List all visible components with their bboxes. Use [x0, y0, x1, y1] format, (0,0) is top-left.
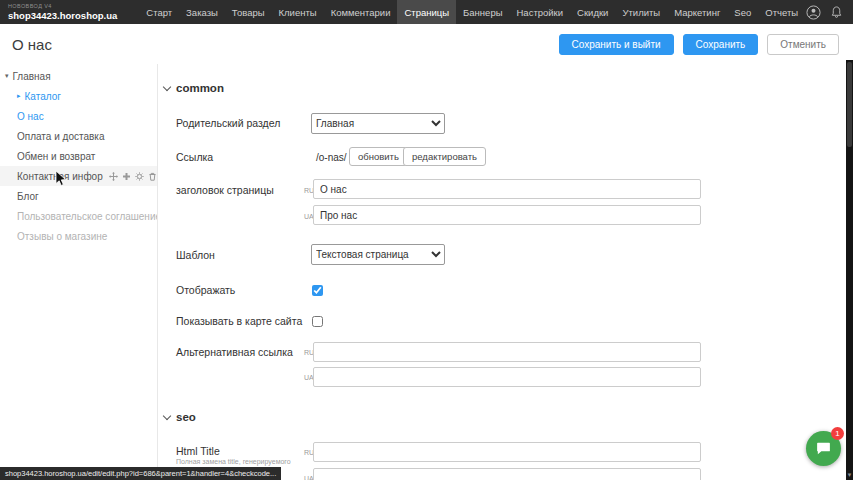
sitemap-checkbox[interactable]	[312, 316, 323, 327]
page-scrollbar[interactable]: ▼	[846, 60, 853, 480]
tree-item-contact-info[interactable]: Контактная инфор	[0, 166, 157, 186]
menu-settings[interactable]: Настройки	[510, 0, 571, 24]
menu-seo[interactable]: Seo	[727, 0, 758, 24]
page-title: О нас	[12, 36, 52, 53]
topbar-icons	[806, 5, 843, 20]
caret-down-icon[interactable]: ▾	[5, 72, 9, 80]
tree-item-blog[interactable]: Блог	[0, 186, 157, 206]
menu-pages[interactable]: Страницы	[397, 0, 456, 24]
menu-products[interactable]: Товары	[225, 0, 272, 24]
delete-trash-icon[interactable]	[148, 172, 157, 181]
tree-item-label: О нас	[17, 111, 44, 122]
chat-unread-badge: 1	[831, 427, 844, 440]
tree-item-label: Обмен и возврат	[17, 151, 95, 162]
tree-item-store-reviews[interactable]: Отзывы о магазине	[0, 226, 157, 246]
caret-right-icon[interactable]: ▸	[17, 92, 21, 100]
tree-item-label: Каталог	[25, 91, 61, 102]
menu-utilities[interactable]: Утилиты	[615, 0, 667, 24]
link-edit-button[interactable]: редактировать	[403, 147, 486, 166]
display-checkbox[interactable]	[312, 285, 323, 296]
parent-section-select[interactable]: Главная	[311, 113, 445, 134]
tree-item-actions	[109, 172, 157, 181]
menu-comments[interactable]: Комментарии	[324, 0, 398, 24]
html-title-ru-input[interactable]	[313, 442, 701, 462]
tree-item-user-agreement[interactable]: Пользовательское соглашение	[0, 206, 157, 226]
page-title-label: заголовок страницы	[176, 184, 274, 196]
brand-logo[interactable]: НОВОВВОД V4 shop34423.horoshop.ua	[8, 4, 117, 20]
browser-status-url: shop34423.horoshop.ua/edit/edit.php?id=6…	[0, 467, 281, 480]
top-menu: Старт Заказы Товары Клиенты Комментарии …	[139, 0, 805, 24]
tree-item-label: Блог	[17, 191, 39, 202]
cancel-button[interactable]: Отменить	[767, 34, 839, 55]
section-seo[interactable]: seo	[164, 411, 196, 423]
chevron-down-icon	[163, 82, 171, 90]
menu-marketing[interactable]: Маркетинг	[667, 0, 727, 24]
tree-item-payment-delivery[interactable]: Оплата и доставка	[0, 126, 157, 146]
menu-discounts[interactable]: Скидки	[570, 0, 615, 24]
tree-item-label: Оплата и доставка	[17, 131, 104, 142]
link-label: Ссылка	[176, 151, 213, 163]
menu-reports[interactable]: Отчеты	[758, 0, 805, 24]
link-refresh-button[interactable]: обновить	[349, 147, 408, 166]
pages-tree-sidebar: ▾ Главная ▸ Каталог О нас Оплата и доста…	[0, 64, 157, 480]
save-and-exit-button[interactable]: Сохранить и выйти	[559, 34, 674, 55]
html-title-note: Полная замена title, генерируемого	[176, 458, 291, 465]
add-page-icon[interactable]	[122, 172, 131, 181]
tree-item-about[interactable]: О нас	[0, 106, 157, 126]
tree-item-label: Главная	[13, 71, 51, 82]
chevron-down-icon	[163, 411, 171, 419]
section-seo-title: seo	[176, 411, 196, 423]
scrollbar-down-arrow-icon[interactable]: ▼	[846, 471, 853, 479]
move-icon[interactable]	[109, 172, 118, 181]
menu-banners[interactable]: Баннеры	[456, 0, 509, 24]
tree-item-exchange-return[interactable]: Обмен и возврат	[0, 146, 157, 166]
html-title-ua-input[interactable]	[313, 468, 701, 480]
html-title-label: Html Title	[176, 445, 220, 457]
tree-item-home[interactable]: ▾ Главная	[0, 66, 157, 86]
template-select[interactable]: Текстовая страница	[311, 244, 445, 265]
brand-domain: shop34423.horoshop.ua	[8, 11, 117, 21]
menu-orders[interactable]: Заказы	[179, 0, 225, 24]
topbar: НОВОВВОД V4 shop34423.horoshop.ua Старт …	[0, 0, 853, 24]
scrollbar-thumb[interactable]	[847, 62, 852, 147]
template-label: Шаблон	[176, 249, 215, 261]
tree-item-label: Отзывы о магазине	[17, 231, 107, 242]
tree-item-label: Контактная инфор	[17, 171, 103, 182]
brand-version: НОВОВВОД V4	[8, 4, 117, 10]
menu-clients[interactable]: Клиенты	[272, 0, 324, 24]
parent-section-label: Родительский раздел	[176, 117, 280, 129]
alt-link-ru-input[interactable]	[313, 342, 701, 362]
chat-widget-button[interactable]: 1	[806, 431, 841, 466]
page-title-ru-input[interactable]	[313, 179, 701, 199]
display-label: Отображать	[176, 284, 235, 296]
alt-link-label: Альтернативная ссылка	[176, 346, 293, 358]
page-edit-form: common Родительский раздел Главная Ссылк…	[157, 64, 846, 480]
notifications-bell-icon[interactable]	[830, 6, 843, 19]
settings-gear-icon[interactable]	[135, 172, 144, 181]
sitemap-label: Показывать в карте сайта	[176, 315, 302, 327]
chat-bubble-icon	[815, 440, 832, 457]
page-header: О нас Сохранить и выйти Сохранить Отмени…	[0, 24, 853, 64]
page-title-ua-input[interactable]	[313, 205, 701, 225]
admin-page: НОВОВВОД V4 shop34423.horoshop.ua Старт …	[0, 0, 853, 480]
menu-start[interactable]: Старт	[139, 0, 179, 24]
section-common[interactable]: common	[164, 82, 224, 94]
tree-item-catalog[interactable]: ▸ Каталог	[0, 86, 157, 106]
header-actions: Сохранить и выйти Сохранить Отменить	[559, 34, 840, 55]
save-button[interactable]: Сохранить	[683, 34, 759, 55]
section-common-title: common	[176, 82, 224, 94]
tree-item-label: Пользовательское соглашение	[17, 211, 157, 222]
link-value: /o-nas/	[316, 152, 347, 163]
alt-link-ua-input[interactable]	[313, 367, 701, 387]
user-account-icon[interactable]	[806, 5, 821, 20]
